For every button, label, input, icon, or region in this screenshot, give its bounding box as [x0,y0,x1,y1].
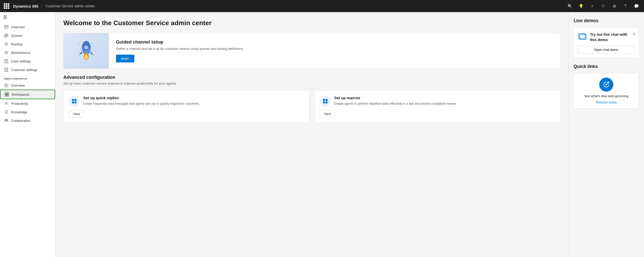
waffle-icon [4,3,9,9]
lightbulb-icon[interactable]: 💡 [577,2,586,11]
config-cards-grid: Set up quick replies Create frequently-u… [63,90,560,123]
macros-icon-circle [320,96,331,107]
info-icon[interactable]: ℹ [633,32,635,36]
svg-rect-8 [5,93,7,94]
svg-point-19 [78,44,79,45]
svg-rect-0 [5,26,8,28]
svg-point-13 [7,119,8,121]
sidebar-item-productivity[interactable]: Productivity [0,99,55,108]
chat-icon[interactable]: 💬 [632,2,641,11]
case-settings-icon [4,59,9,63]
sidebar-item-channels-label: Channels [11,25,25,29]
svg-rect-3 [5,36,7,37]
chat-bubble-icon [578,32,587,43]
guided-setup-desc: Define a channel and set it up for custo… [116,47,244,51]
svg-point-33 [606,84,607,85]
settings-icon[interactable]: ⚙ [610,2,619,11]
sidebar-item-routing[interactable]: Routing [0,40,55,48]
app-name: Customer Service admin center [46,4,95,8]
begin-button[interactable]: Begin [116,55,134,62]
advanced-config-desc: Set up more customer service features to… [63,82,560,85]
macros-header: Set up macros Enable agents to perform r… [320,96,555,107]
brand-logo: Dynamics 365 [13,4,42,8]
svg-rect-29 [323,101,325,103]
sidebar-item-case-settings[interactable]: Case settings [0,57,55,65]
add-icon[interactable]: ＋ [588,2,597,11]
content-area: Welcome to the Customer Service admin ce… [55,12,644,257]
sidebar-item-overview[interactable]: Overview [0,81,55,90]
advanced-config-section: Advanced configuration Set up more custo… [63,75,560,123]
macros-view-button[interactable]: View [320,110,335,118]
svg-rect-27 [323,99,325,101]
release-notes-link[interactable]: Release notes [596,100,617,104]
sidebar-item-channels[interactable]: Channels [0,23,55,31]
quick-replies-title: Set up quick replies [83,96,200,100]
agent-experience-section-label: Agent experience [0,74,55,81]
channels-icon [4,25,9,29]
sidebar-item-workspaces-label: Workspaces [12,93,29,96]
svg-rect-30 [326,101,328,103]
quick-links-card: See what's new and upcoming Release note… [574,73,639,108]
setup-card-content: Guided channel setup Define a channel an… [109,33,251,68]
advanced-config-title: Advanced configuration [63,75,560,80]
sidebar-item-collaboration[interactable]: Collaboration [0,116,55,125]
search-icon[interactable]: 🔍 [566,2,575,11]
sidebar-item-queues[interactable]: Queues [0,31,55,40]
svg-rect-28 [326,99,328,101]
sidebar-item-knowledge[interactable]: Knowledge [0,108,55,116]
svg-point-20 [93,46,94,47]
sidebar-item-customer-settings-label: Customer settings [11,68,37,72]
svg-point-16 [85,46,88,49]
productivity-icon [4,101,9,106]
live-demos-title: Live demos [574,18,639,23]
macros-card: Set up macros Enable agents to perform r… [314,90,560,123]
demo-card-title: Try out live chat with this demo [590,32,630,42]
quick-links-icon-circle [599,78,613,92]
filter-icon[interactable]: ▽ [599,2,608,11]
topbar: Dynamics 365 Customer Service admin cent… [0,0,644,12]
guided-setup-title: Guided channel setup [116,40,244,45]
svg-rect-10 [5,95,7,96]
sidebar-item-collaboration-label: Collaboration [11,119,30,123]
sidebar-item-customer-settings[interactable]: Customer settings [0,65,55,74]
quick-links-title: Quick links [574,64,639,69]
open-chat-demo-button[interactable]: Open chat demo [578,46,635,54]
help-icon[interactable]: ? [621,2,630,11]
svg-point-21 [80,52,80,53]
main-content: Welcome to the Customer Service admin ce… [55,12,568,257]
svg-rect-11 [7,95,9,96]
sidebar-item-productivity-label: Productivity [11,102,28,105]
quick-replies-desc: Create frequently-used messages that age… [83,101,200,106]
right-panel: Live demos Try out live chat with this d… [569,12,644,257]
svg-rect-24 [74,99,76,101]
svg-point-7 [6,85,7,86]
svg-rect-9 [7,93,9,94]
svg-rect-26 [74,101,76,103]
knowledge-icon [4,110,9,114]
brand-name: Dynamics 365 [13,4,38,8]
svg-rect-2 [5,35,8,36]
waffle-button[interactable] [3,3,10,10]
sidebar-item-routing-label: Routing [11,42,22,46]
queues-icon [4,33,9,38]
quick-replies-view-button[interactable]: View [69,110,84,118]
overview-icon [4,83,9,88]
sidebar-item-workstreams[interactable]: Workstreams [0,48,55,57]
svg-point-12 [5,119,6,121]
svg-rect-1 [5,34,8,35]
sidebar-item-workspaces[interactable]: Workspaces Workspaces [0,90,55,99]
page-title: Welcome to the Customer Service admin ce… [63,19,560,27]
sidebar-toggle-button[interactable]: ☰ [0,12,55,23]
svg-rect-25 [72,101,74,103]
workspaces-icon [5,92,9,97]
svg-point-18 [85,55,88,59]
guided-setup-card: Guided channel setup Define a channel an… [63,33,560,69]
live-demos-card: Try out live chat with this demo ℹ Open … [574,27,639,58]
macros-desc: Enable agents to perform repetitive task… [334,101,457,106]
svg-point-22 [91,43,92,44]
customer-settings-icon [4,67,9,72]
workstreams-icon [4,50,9,55]
sidebar-item-knowledge-label: Knowledge [11,110,27,114]
sidebar-item-queues-label: Queues [11,34,23,38]
main-layout: ☰ Channels Queues Routing Workstreams [0,12,644,257]
